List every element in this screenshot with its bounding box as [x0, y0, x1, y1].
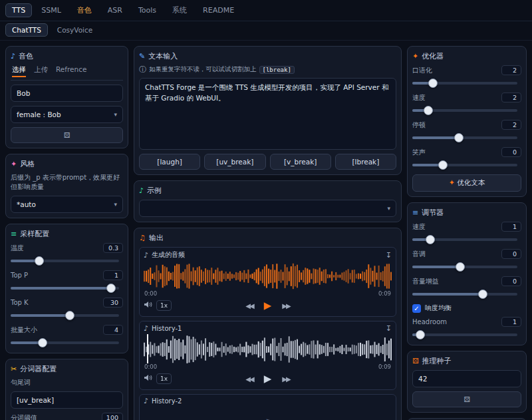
refine-text-label: 优化文本 [457, 178, 485, 186]
token-buttons: [laugh] [uv_break] [v_break] [lbreak] [139, 154, 396, 170]
voice-panel: ♪ 音色 选择 上传 Refrence Bob female : Bob ▾ ⚄ [5, 46, 128, 148]
play-button[interactable]: ▶ [264, 373, 272, 385]
top-p-label: Top P [11, 272, 28, 279]
token-uv-break-button[interactable]: [uv_break] [204, 154, 265, 170]
voice-random-button[interactable]: ⚄ [11, 127, 123, 143]
threshold-value[interactable]: 100 [102, 413, 123, 420]
info-icon: ⓘ [139, 66, 146, 73]
download-icon[interactable]: ↧ [386, 251, 392, 260]
threshold-slider-block: 分词阈值 100 [11, 413, 123, 420]
headroom-slider[interactable] [412, 333, 517, 336]
volume-icon[interactable] [144, 374, 152, 383]
seed-panel: ⚄ 推理种子 42 ⚄ [407, 351, 527, 413]
loudness-eq-label: 响度均衡 [425, 304, 452, 313]
laugh-value[interactable]: 0 [501, 147, 521, 157]
oral-label: 口语化 [412, 66, 432, 75]
refine-text-button[interactable]: ✦ 优化文本 [412, 174, 521, 192]
pitch-value[interactable]: 0 [501, 249, 521, 259]
adj-speed-value[interactable]: 1 [501, 222, 521, 232]
token-laugh-button[interactable]: [laugh] [139, 154, 200, 170]
examples-panel: ♪ 示例 ▾ [134, 180, 402, 222]
tab-system[interactable]: 系统 [166, 3, 194, 18]
skip-forward-button[interactable]: ▶▶ [282, 302, 289, 310]
gain-slider[interactable] [412, 293, 517, 296]
top-k-slider[interactable] [11, 314, 119, 317]
voice-dropdown[interactable]: female : Bob ▾ [11, 106, 123, 123]
break-slider[interactable] [412, 136, 517, 139]
laugh-slider[interactable] [412, 164, 517, 166]
empty-audio-placeholder: ♫ [144, 405, 392, 420]
skip-back-button[interactable]: ◀◀ [245, 375, 253, 383]
token-v-break-button[interactable]: [v_break] [270, 154, 331, 170]
tab-voice[interactable]: 音色 [70, 3, 98, 18]
headroom-value[interactable]: 1 [501, 317, 521, 327]
history-1-waveform[interactable]: 0:00 0:09 [144, 334, 392, 369]
tab-chattts[interactable]: ChatTTS [5, 23, 48, 37]
tab-asr[interactable]: ASR [101, 3, 129, 17]
sparkle-icon: ✦ [449, 178, 455, 187]
splitter-panel: ✂ 分词器配置 句尾词 [uv_break] 分词阈值 100 [5, 359, 128, 420]
generated-waveform[interactable]: 0:00 0:09 [144, 261, 392, 296]
top-nav: TTS SSML 音色 ASR Tools 系统 README [0, 0, 532, 21]
skip-back-button[interactable]: ◀◀ [245, 302, 253, 310]
seed-input[interactable]: 42 [412, 370, 521, 387]
tab-cosyvoice[interactable]: CosyVoice [51, 23, 99, 37]
batch-size-slider[interactable] [11, 341, 119, 344]
eos-input[interactable]: [uv_break] [11, 391, 123, 409]
music-icon: ♪ [144, 325, 148, 332]
style-icon: ✦ [11, 160, 17, 168]
tab-readme[interactable]: README [196, 3, 241, 17]
time-end: 0:09 [378, 290, 391, 297]
random-seed-button[interactable]: ⚄ [412, 391, 521, 407]
threshold-label: 分词阈值 [11, 413, 37, 420]
voice-name-input[interactable]: Bob [11, 85, 123, 102]
style-dropdown[interactable]: *auto ▾ [11, 196, 123, 213]
volume-icon[interactable] [144, 301, 152, 310]
headroom-label: Headroom [412, 318, 447, 325]
oral-slider[interactable] [412, 82, 517, 85]
examples-dropdown[interactable]: ▾ [139, 200, 396, 217]
pitch-slider[interactable] [412, 266, 517, 268]
voice-tab-reference[interactable]: Refrence [56, 65, 86, 77]
adj-speed-slider[interactable] [412, 238, 517, 241]
speed-button[interactable]: 1x [156, 373, 172, 384]
checkbox-icon: ✓ [412, 304, 421, 313]
loudness-eq-checkbox[interactable]: ✓ 响度均衡 [412, 304, 521, 313]
download-icon[interactable]: ↧ [386, 324, 392, 333]
oral-value[interactable]: 2 [501, 65, 521, 75]
skip-forward-button[interactable]: ▶▶ [282, 375, 289, 383]
voice-tab-select[interactable]: 选择 [12, 65, 26, 77]
playhead-cursor[interactable] [147, 334, 148, 363]
speed-button[interactable]: 1x [156, 300, 172, 311]
speed-slider[interactable] [412, 109, 517, 112]
top-p-slider[interactable] [11, 287, 119, 290]
generated-audio-player: ♪ 生成的音频 ↧ 0:00 0:09 1x ◀◀ ▶ [139, 247, 396, 317]
gain-value[interactable]: 0 [501, 276, 521, 286]
tab-tools[interactable]: Tools [132, 3, 163, 17]
chevron-down-icon: ▾ [114, 111, 117, 118]
voice-tabs: 选择 上传 Refrence [11, 65, 123, 81]
pitch-label: 音调 [412, 250, 426, 259]
output-icon: ♫ [139, 234, 146, 242]
gain-label: 音量增益 [412, 277, 439, 286]
top-k-value[interactable]: 30 [103, 298, 123, 308]
top-p-value[interactable]: 1 [103, 270, 123, 280]
batch-size-value[interactable]: 4 [103, 325, 123, 335]
time-start: 0:00 [144, 363, 157, 370]
break-value[interactable]: 2 [501, 120, 521, 130]
tab-ssml[interactable]: SSML [35, 3, 68, 17]
tts-text-area[interactable]: ChatTTS Forge 是一个围绕 TTS 生成模型开发的项目，实现了 AP… [139, 78, 396, 150]
laugh-slider-block: 笑声 0 [412, 147, 521, 170]
token-lbreak-button[interactable]: [lbreak] [335, 154, 396, 170]
speed-value[interactable]: 2 [501, 93, 521, 103]
temperature-slider[interactable] [11, 260, 119, 262]
voice-tab-upload[interactable]: 上传 [34, 65, 48, 77]
dice-icon: ⚄ [464, 395, 470, 404]
eos-label: 句尾词 [11, 378, 123, 387]
play-button[interactable]: ▶ [264, 300, 272, 312]
adjuster-icon: ≡ [412, 209, 418, 216]
tab-tts[interactable]: TTS [5, 3, 32, 17]
temperature-value[interactable]: 0.3 [103, 243, 123, 253]
speed-slider-block: 速度 2 [412, 93, 521, 116]
style-panel: ✦ 风格 后缀为 _p 表示带prompt，效果更好但影响质量 *auto ▾ [5, 154, 128, 218]
